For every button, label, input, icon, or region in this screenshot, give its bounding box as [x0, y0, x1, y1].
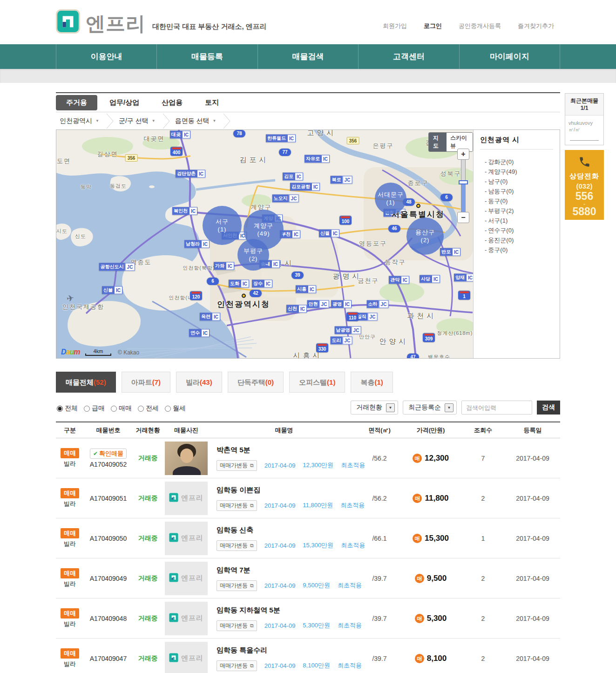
price-history-note[interactable]: 최초적용	[338, 661, 362, 670]
listing-title[interactable]: 임학동 신축	[217, 526, 253, 535]
listing-photo-placeholder[interactable]: 엔프리	[165, 642, 208, 673]
region-list-item[interactable]: -중구(0)	[485, 245, 553, 255]
region-dropdown[interactable]: 인천광역시▼	[56, 117, 106, 125]
radio-input[interactable]	[111, 406, 117, 412]
copy-icon: ⧉	[250, 623, 254, 629]
price-value: 11,800	[425, 494, 448, 503]
recent-viewed-pager[interactable]: 1/1	[566, 104, 602, 112]
area-value: /39.7	[372, 655, 386, 662]
site-logo[interactable]: 엔프리 대한민국 대표 부동산 거래소, 엔프리	[56, 9, 267, 35]
listing-type-filter-button[interactable]: 아파트(7)	[122, 372, 170, 393]
status-text: 거래중	[138, 614, 158, 623]
price-history-button[interactable]: 매매가변동 ⧉	[217, 620, 257, 631]
consult-phone-panel[interactable]: 상담전화 (032) 556 - 5880	[565, 150, 604, 220]
price-history-note[interactable]: 최초적용	[338, 581, 362, 590]
map-view-button[interactable]: 지도	[429, 133, 447, 151]
listing-type-filter-button[interactable]: 매물전체(52)	[56, 372, 116, 393]
listing-title[interactable]: 박촌역 5분	[217, 446, 250, 455]
nav-item[interactable]: 고객센터	[358, 44, 459, 69]
brand-logo-icon	[169, 533, 178, 544]
chevron-down-icon: ▼	[152, 119, 156, 123]
search-button[interactable]: 검색	[537, 401, 560, 415]
zoom-in-button[interactable]: +	[457, 149, 469, 160]
nav-item[interactable]: 마이페이지	[459, 44, 560, 69]
region-dropdown[interactable]: 읍면동 선택▼	[171, 117, 223, 125]
region-list-item[interactable]: -남동구(0)	[485, 186, 553, 196]
status-text: 거래중	[138, 494, 158, 503]
map-cluster-marker[interactable]: 용산구(2)	[406, 218, 444, 255]
region-list-item[interactable]: -옹진군(0)	[485, 235, 553, 245]
property-type-tab[interactable]: 업무/상업	[99, 95, 149, 110]
trade-filter-radio[interactable]: 월세	[165, 404, 186, 413]
utility-link[interactable]: 공인중개사등록	[459, 22, 501, 30]
price-history-button[interactable]: 매매가변동 ⧉	[217, 460, 257, 471]
listing-title[interactable]: 임학역 7분	[217, 566, 250, 575]
radio-input[interactable]	[138, 406, 144, 412]
price-history-note[interactable]: 최초적용	[338, 621, 362, 630]
price-history-note[interactable]: 최초적용	[341, 541, 365, 550]
property-type-tab[interactable]: 주거용	[56, 95, 97, 110]
listing-type-filter-button[interactable]: 복층(1)	[351, 372, 393, 393]
radio-input[interactable]	[57, 406, 63, 412]
price-history-button[interactable]: 매매가변동 ⧉	[217, 660, 257, 671]
table-row[interactable]: 매매 빌라 A170409049 거래중 엔	[56, 558, 560, 598]
listing-photo[interactable]	[165, 442, 208, 475]
region-list-item[interactable]: -동구(0)	[485, 196, 553, 206]
listing-title[interactable]: 임학동 이쁜집	[217, 486, 260, 495]
map-cluster-marker[interactable]: 부평구(2)	[237, 239, 269, 271]
map-cluster-marker[interactable]: 서대문구(1)	[375, 183, 406, 214]
property-type-tab[interactable]: 토지	[195, 95, 229, 110]
listing-type-filter-button[interactable]: 오피스텔(1)	[289, 372, 345, 393]
region-list-item[interactable]: -연수구(0)	[485, 225, 553, 235]
search-input[interactable]	[461, 401, 532, 415]
sort-select[interactable]: 최근등록순 ▼	[403, 401, 457, 415]
table-row[interactable]: 매매 빌라 A170409048 거래중 엔	[56, 598, 560, 639]
zoom-slider[interactable]	[461, 160, 466, 212]
copy-icon: ⧉	[250, 663, 254, 669]
region-list-item[interactable]: -서구(1)	[485, 216, 553, 225]
trade-filter-radio[interactable]: 급매	[84, 404, 105, 413]
listing-photo-placeholder[interactable]: 엔프리	[165, 482, 208, 515]
listing-type-filter-button[interactable]: 단독주택(0)	[228, 372, 284, 393]
status-select[interactable]: 거래현황 ▼	[351, 401, 398, 415]
region-list-item[interactable]: -계양구(49)	[485, 167, 553, 177]
sale-coin-icon: 매	[413, 534, 422, 543]
listing-title[interactable]: 임학동 지하철역 5분	[217, 606, 280, 615]
listing-photo-placeholder[interactable]: 엔프리	[165, 602, 208, 635]
trade-filter-radio[interactable]: 전체	[57, 404, 78, 413]
region-list-item[interactable]: -부평구(2)	[485, 206, 553, 216]
table-row[interactable]: 매매 빌라 A170409050 거래중 엔	[56, 518, 560, 558]
utility-link[interactable]: 로그인	[424, 22, 442, 30]
property-type-tab[interactable]: 산업용	[151, 95, 193, 110]
map[interactable]: 대곶면길상면도면동검도동막시도신도영종도인천국제공항인천항(북항)인천항(내항)…	[56, 130, 473, 358]
nav-item[interactable]: 이용안내	[56, 44, 156, 69]
map-cluster-marker[interactable]: 서구(1)	[203, 206, 242, 245]
table-row[interactable]: 매매 빌라 ✔ 확인매물 A170409052 거래중	[56, 438, 560, 478]
listing-title[interactable]: 임학동 특올수리	[217, 646, 267, 655]
listing-type-filter-button[interactable]: 빌라(43)	[176, 372, 222, 393]
price-history-button[interactable]: 매매가변동 ⧉	[217, 580, 257, 591]
region-dropdown[interactable]: 군/구 선택▼	[115, 117, 162, 125]
table-row[interactable]: 매매 빌라 A170409047 거래중 엔	[56, 639, 560, 673]
price-history-note[interactable]: 최초적용	[341, 461, 365, 469]
utility-link[interactable]: 즐겨찾기추가	[518, 22, 554, 30]
radio-input[interactable]	[84, 406, 90, 412]
listing-photo-placeholder[interactable]: 엔프리	[165, 522, 208, 555]
price-history-note[interactable]: 최초적용	[340, 501, 365, 510]
nav-item[interactable]: 매물등록	[156, 44, 257, 69]
price-history-button[interactable]: 매매가변동 ⧉	[217, 540, 257, 551]
zoom-slider-handle[interactable]	[459, 180, 468, 184]
nav-item[interactable]: 매물검색	[257, 44, 358, 69]
recent-viewed-header: 최근본매물 1/1	[565, 94, 603, 116]
utility-link[interactable]: 회원가입	[383, 22, 407, 30]
region-list-item[interactable]: -강화군(0)	[485, 157, 553, 167]
price-history-button[interactable]: 매매가변동 ⧉	[217, 500, 257, 511]
listing-photo-placeholder[interactable]: 엔프리	[165, 562, 208, 595]
recent-viewed-item[interactable]: vhukuvovy ㎡/㎡	[565, 116, 603, 141]
region-list-item[interactable]: -남구(0)	[485, 177, 553, 186]
zoom-out-button[interactable]: −	[457, 212, 469, 223]
radio-input[interactable]	[165, 406, 171, 412]
trade-filter-radio[interactable]: 전세	[138, 404, 159, 413]
trade-filter-radio[interactable]: 매매	[111, 404, 132, 413]
table-row[interactable]: 매매 빌라 A170409051 거래중 엔	[56, 478, 560, 518]
